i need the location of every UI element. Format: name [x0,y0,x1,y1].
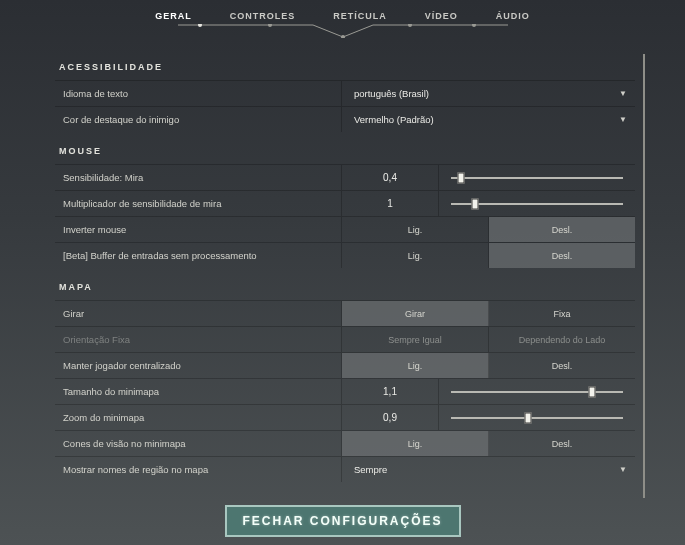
tab-reticula[interactable]: RETÍCULA [327,8,393,24]
svg-point-2 [341,35,345,38]
minimap-zoom-value[interactable]: 0,9 [341,405,439,430]
center-player-on[interactable]: Lig. [342,353,489,378]
label-fixed-orientation: Orientação Fixa [55,334,341,345]
label-minimap-size: Tamanho do minimapa [55,386,341,397]
tab-underline-decoration [178,24,508,38]
row-region-names: Mostrar nomes de região no mapa Sempre ▼ [55,456,635,482]
minimap-size-slider[interactable] [439,379,635,404]
slider-thumb[interactable] [472,198,479,209]
top-tabs: GERAL CONTROLES RETÍCULA VÍDEO ÁUDIO [0,0,685,24]
dropdown-language-value: português (Brasil) [354,88,429,99]
svg-point-4 [472,24,476,27]
svg-point-1 [268,24,272,27]
minimap-size-value[interactable]: 1,1 [341,379,439,404]
section-title-map: MAPA [55,282,635,292]
rotate-opt-girar[interactable]: Girar [342,301,489,326]
vision-cones-on[interactable]: Lig. [342,431,489,456]
chevron-down-icon: ▼ [619,465,627,474]
row-center-player: Manter jogador centralizado Lig. Desl. [55,352,635,378]
label-region-names: Mostrar nomes de região no mapa [55,464,341,475]
raw-input-off[interactable]: Desl. [489,243,635,268]
minimap-zoom-slider[interactable] [439,405,635,430]
row-minimap-zoom: Zoom do minimapa 0,9 [55,404,635,430]
invert-mouse-on[interactable]: Lig. [342,217,489,242]
section-title-mouse: MOUSE [55,146,635,156]
settings-content: ACESSIBILIDADE Idioma de texto português… [55,48,635,503]
dropdown-region-names[interactable]: Sempre ▼ [341,457,635,482]
row-enemy-color: Cor de destaque do inimigo Vermelho (Pad… [55,106,635,132]
close-settings-button[interactable]: FECHAR CONFIGURAÇÕES [224,505,460,537]
chevron-down-icon: ▼ [619,89,627,98]
label-vision-cones: Cones de visão no minimapa [55,438,341,449]
row-rotate: Girar Girar Fixa [55,300,635,326]
dropdown-enemy-color-value: Vermelho (Padrão) [354,114,434,125]
fixed-orient-a: Sempre Igual [342,327,489,352]
label-minimap-zoom: Zoom do minimapa [55,412,341,423]
row-language: Idioma de texto português (Brasil) ▼ [55,80,635,106]
fixed-orient-b: Dependendo do Lado [489,327,635,352]
label-rotate: Girar [55,308,341,319]
dropdown-region-names-value: Sempre [354,464,387,475]
label-raw-input: [Beta] Buffer de entradas sem processame… [55,250,341,261]
svg-point-3 [408,24,412,27]
label-multiplier: Multiplicador de sensibilidade de mira [55,198,341,209]
row-sensitivity: Sensibilidade: Mira 0,4 [55,164,635,190]
sensitivity-value[interactable]: 0,4 [341,165,439,190]
raw-input-on[interactable]: Lig. [342,243,489,268]
row-raw-input: [Beta] Buffer de entradas sem processame… [55,242,635,268]
label-invert-mouse: Inverter mouse [55,224,341,235]
label-enemy-color: Cor de destaque do inimigo [55,114,341,125]
dropdown-language[interactable]: português (Brasil) ▼ [341,81,635,106]
tab-audio[interactable]: ÁUDIO [490,8,536,24]
slider-thumb[interactable] [525,412,532,423]
section-title-accessibility: ACESSIBILIDADE [55,62,635,72]
multiplier-value[interactable]: 1 [341,191,439,216]
label-center-player: Manter jogador centralizado [55,360,341,371]
row-invert-mouse: Inverter mouse Lig. Desl. [55,216,635,242]
svg-point-0 [198,24,202,27]
invert-mouse-off[interactable]: Desl. [489,217,635,242]
label-language: Idioma de texto [55,88,341,99]
multiplier-slider[interactable] [439,191,635,216]
row-minimap-size: Tamanho do minimapa 1,1 [55,378,635,404]
slider-thumb[interactable] [458,172,465,183]
slider-thumb[interactable] [589,386,596,397]
scrollbar-track[interactable] [643,54,645,498]
tab-video[interactable]: VÍDEO [419,8,464,24]
sensitivity-slider[interactable] [439,165,635,190]
row-fixed-orientation: Orientação Fixa Sempre Igual Dependendo … [55,326,635,352]
tab-controles[interactable]: CONTROLES [224,8,302,24]
dropdown-enemy-color[interactable]: Vermelho (Padrão) ▼ [341,107,635,132]
tab-geral[interactable]: GERAL [149,8,198,24]
row-multiplier: Multiplicador de sensibilidade de mira 1 [55,190,635,216]
chevron-down-icon: ▼ [619,115,627,124]
vision-cones-off[interactable]: Desl. [489,431,635,456]
label-sensitivity: Sensibilidade: Mira [55,172,341,183]
center-player-off[interactable]: Desl. [489,353,635,378]
rotate-opt-fixa[interactable]: Fixa [489,301,635,326]
row-vision-cones: Cones de visão no minimapa Lig. Desl. [55,430,635,456]
